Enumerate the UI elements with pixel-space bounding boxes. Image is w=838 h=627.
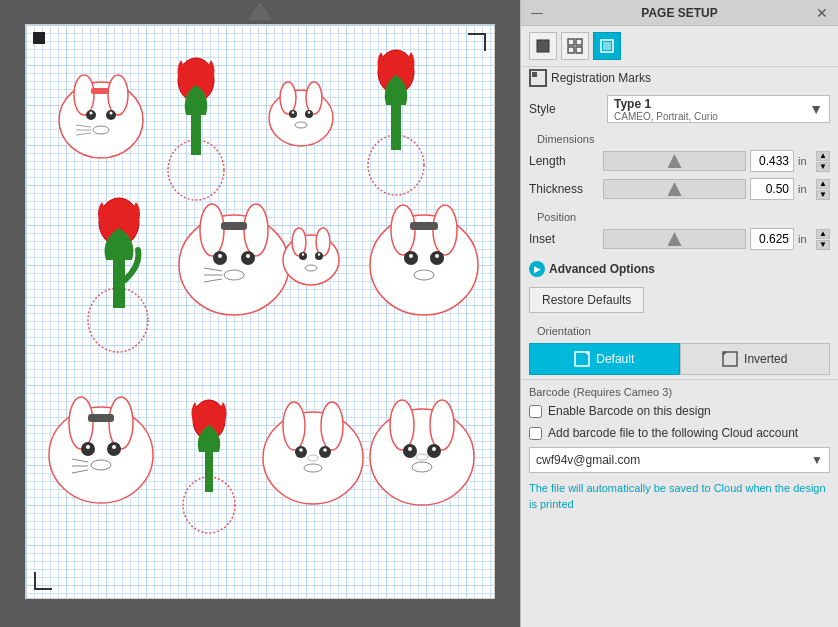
svg-rect-92 — [568, 39, 574, 45]
svg-point-83 — [390, 400, 414, 450]
svg-point-88 — [432, 447, 436, 451]
svg-point-19 — [305, 110, 313, 118]
inset-slider[interactable] — [603, 229, 746, 249]
orientation-default-btn[interactable]: Default — [529, 343, 680, 375]
svg-point-45 — [315, 252, 323, 260]
cloud-account-checkbox[interactable] — [529, 427, 542, 440]
style-dropdown-arrow: ▼ — [809, 101, 823, 117]
svg-point-34 — [218, 254, 222, 258]
grid-icon — [567, 38, 583, 54]
minimize-button[interactable]: — — [529, 6, 545, 20]
inverted-orient-label: Inverted — [744, 352, 787, 366]
thickness-spin-down[interactable]: ▼ — [816, 190, 830, 200]
scroll-up-arrow[interactable] — [248, 2, 272, 20]
panel-toolbar — [521, 26, 838, 67]
thickness-slider[interactable] — [603, 179, 746, 199]
advanced-options-row[interactable]: ▶ Advanced Options — [521, 255, 838, 283]
toolbar-btn-2[interactable] — [561, 32, 589, 60]
thickness-input[interactable] — [750, 178, 794, 200]
inverted-orient-icon — [722, 351, 738, 367]
svg-rect-95 — [576, 47, 582, 53]
svg-rect-13 — [191, 115, 201, 155]
svg-point-54 — [409, 254, 413, 258]
restore-defaults-button[interactable]: Restore Defaults — [529, 287, 644, 313]
svg-point-55 — [435, 254, 439, 258]
svg-point-15 — [269, 90, 333, 146]
thickness-slider-thumb — [668, 182, 682, 196]
mat-icon — [599, 38, 615, 54]
inset-label: Inset — [529, 232, 599, 246]
inset-unit: in — [798, 233, 812, 245]
design-canvas — [26, 25, 495, 599]
svg-rect-71 — [205, 452, 213, 492]
length-slider[interactable] — [603, 151, 746, 171]
svg-rect-57 — [410, 222, 438, 230]
svg-point-5 — [90, 112, 93, 115]
svg-point-16 — [280, 82, 296, 114]
email-dropdown-arrow: ▼ — [811, 453, 823, 467]
svg-rect-27 — [113, 260, 125, 308]
svg-point-63 — [86, 445, 90, 449]
svg-point-17 — [306, 82, 322, 114]
position-section: Position Inset in ▲ ▼ — [521, 205, 838, 255]
svg-point-46 — [302, 253, 304, 255]
svg-point-87 — [408, 447, 412, 451]
thickness-spin-up[interactable]: ▲ — [816, 179, 830, 189]
svg-point-47 — [318, 253, 320, 255]
svg-point-79 — [323, 448, 327, 452]
svg-point-1 — [74, 75, 94, 115]
toolbar-btn-3[interactable] — [593, 32, 621, 60]
email-text: cwf94v@gmail.com — [536, 453, 811, 467]
cloud-account-row: Add barcode file to the following Cloud … — [529, 426, 830, 442]
length-spin-up[interactable]: ▲ — [816, 151, 830, 161]
svg-point-6 — [110, 112, 113, 115]
cloud-account-label: Add barcode file to the following Cloud … — [548, 426, 798, 442]
svg-point-44 — [299, 252, 307, 260]
length-input[interactable] — [750, 150, 794, 172]
style-label: Style — [529, 102, 599, 116]
svg-point-64 — [112, 445, 116, 449]
panel-title: PAGE SETUP — [545, 6, 814, 20]
svg-point-21 — [308, 111, 310, 113]
reg-marks-icon — [529, 69, 547, 87]
close-button[interactable]: ✕ — [814, 5, 830, 21]
style-dropdown[interactable]: Type 1 CAMEO, Portrait, Curio ▼ — [607, 95, 830, 123]
position-label: Position — [529, 207, 830, 225]
inset-spin-up[interactable]: ▲ — [816, 229, 830, 239]
default-orient-label: Default — [596, 352, 634, 366]
email-dropdown[interactable]: cwf94v@gmail.com ▼ — [529, 447, 830, 473]
svg-point-82 — [370, 409, 474, 505]
svg-point-59 — [69, 397, 93, 449]
thickness-row: Thickness in ▲ ▼ — [529, 175, 830, 203]
svg-rect-98 — [575, 352, 589, 366]
svg-point-74 — [283, 402, 305, 450]
dimensions-label: Dimensions — [529, 129, 830, 147]
svg-point-51 — [433, 205, 457, 255]
svg-rect-93 — [576, 39, 582, 45]
inset-row: Inset in ▲ ▼ — [529, 225, 830, 253]
svg-point-30 — [200, 204, 224, 256]
canvas-area — [0, 0, 520, 627]
enable-barcode-checkbox[interactable] — [529, 405, 542, 418]
inset-input[interactable] — [750, 228, 794, 250]
svg-point-75 — [321, 402, 343, 450]
right-panel: — PAGE SETUP ✕ — [520, 0, 838, 627]
length-spin-down[interactable]: ▼ — [816, 162, 830, 172]
orientation-inverted-btn[interactable]: Inverted — [680, 343, 831, 375]
dimensions-section: Dimensions Length in ▲ ▼ Thickness — [521, 127, 838, 205]
svg-point-20 — [292, 111, 294, 113]
svg-point-76 — [295, 446, 307, 458]
thickness-unit: in — [798, 183, 812, 195]
svg-rect-40 — [221, 222, 247, 230]
style-machines: CAMEO, Portrait, Curio — [614, 111, 718, 122]
svg-rect-100 — [723, 352, 737, 366]
panel-scroll: Registration Marks Style Type 1 CAMEO, P… — [521, 26, 838, 627]
toolbar-btn-1[interactable] — [529, 32, 557, 60]
inset-slider-thumb — [668, 232, 682, 246]
enable-barcode-row: Enable Barcode on this design — [529, 404, 830, 420]
inset-spin-down[interactable]: ▼ — [816, 240, 830, 250]
svg-point-43 — [316, 228, 330, 256]
svg-point-18 — [289, 110, 297, 118]
inset-spinner: ▲ ▼ — [816, 229, 830, 250]
svg-point-84 — [430, 400, 454, 450]
